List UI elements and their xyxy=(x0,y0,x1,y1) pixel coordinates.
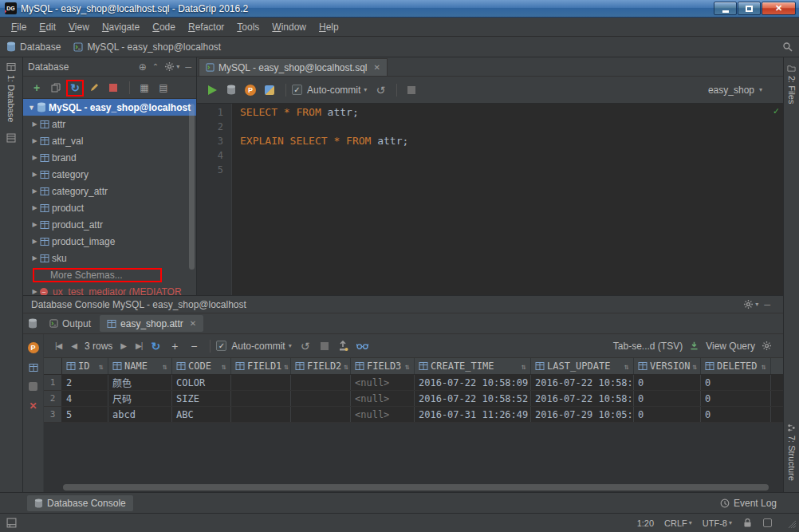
column-header-code[interactable]: CODE⇅ xyxy=(172,358,231,374)
schema-selector[interactable]: easy_shop ▾ xyxy=(708,85,762,96)
duplicate-button[interactable] xyxy=(47,79,65,97)
close-button[interactable]: ✕ xyxy=(762,2,796,15)
toolwindow-switcher-icon[interactable] xyxy=(6,518,17,528)
column-header-id[interactable]: ID⇅ xyxy=(62,358,108,374)
tree-item-product_attr[interactable]: ▶product_attr xyxy=(23,216,196,233)
console-settings-button[interactable]: ▾ xyxy=(743,299,758,309)
cell[interactable]: 5 xyxy=(62,407,108,422)
expand-arrow-icon[interactable]: ▶ xyxy=(30,204,40,211)
encoding-selector[interactable]: UTF-8 ▾ xyxy=(703,518,732,528)
cell[interactable]: COLOR xyxy=(172,375,231,390)
expand-arrow-icon[interactable]: ▶ xyxy=(30,171,40,178)
submit-button[interactable] xyxy=(335,337,352,355)
tree-item-category_attr[interactable]: ▶category_attr xyxy=(23,183,196,199)
expand-arrow-icon[interactable]: ▶ xyxy=(30,238,40,245)
open-console-button[interactable] xyxy=(222,81,240,99)
breadcrumb-console[interactable]: MySQL - easy_shop@localhost xyxy=(73,41,221,53)
cell[interactable]: 0 xyxy=(634,391,701,406)
tree-item-category[interactable]: ▶category xyxy=(23,166,196,183)
next-page-button[interactable]: ▶ xyxy=(116,341,131,350)
tab-close-icon[interactable]: ✕ xyxy=(190,319,196,328)
cell[interactable]: 0 xyxy=(634,407,701,422)
menu-item-window[interactable]: Window xyxy=(266,19,313,35)
sort-icon[interactable]: ⇅ xyxy=(284,362,289,371)
event-log-button[interactable]: Event Log xyxy=(720,498,777,509)
sort-icon[interactable]: ⇅ xyxy=(344,362,348,371)
editor-content[interactable]: 12345 SELECT * FROM attr;EXPLAIN SELECT … xyxy=(197,104,783,295)
cell[interactable] xyxy=(231,407,291,422)
cell[interactable]: 颜色 xyxy=(108,375,172,390)
result-settings-gear-icon[interactable] xyxy=(762,341,772,351)
run-button[interactable] xyxy=(203,81,221,99)
cell[interactable]: 2 xyxy=(62,375,108,390)
sort-icon[interactable]: ⇅ xyxy=(99,362,104,371)
tree-item-product_image[interactable]: ▶product_image xyxy=(23,233,196,250)
tab-result[interactable]: easy_shop.attr ✕ xyxy=(100,315,203,332)
sort-icon[interactable]: ⇅ xyxy=(762,362,766,371)
undo-button[interactable]: ↺ xyxy=(297,337,314,355)
console-view-button[interactable]: ▤ xyxy=(155,79,172,97)
tree-item-sku[interactable]: ▶sku xyxy=(23,250,196,266)
cell[interactable] xyxy=(291,391,351,406)
tree-root-datasource[interactable]: ▼ MySQL - easy_shop@localhost xyxy=(23,99,196,116)
cell[interactable]: 0 xyxy=(701,391,771,406)
cell[interactable]: <null> xyxy=(351,407,415,422)
expand-arrow-icon[interactable]: ▶ xyxy=(30,120,40,128)
expand-arrow-icon[interactable]: ▶ xyxy=(30,137,40,144)
tool-button-icon[interactable] xyxy=(6,133,16,143)
format-selector[interactable]: Tab-se...d (TSV) xyxy=(613,341,683,352)
cell[interactable]: <null> xyxy=(351,375,415,390)
hide-panel-icon[interactable]: ─ xyxy=(764,300,770,309)
minimize-button[interactable] xyxy=(714,2,737,15)
menu-item-edit[interactable]: Edit xyxy=(33,19,62,35)
column-header-deleted[interactable]: DELETED⇅ xyxy=(701,358,771,374)
cell[interactable]: ABC xyxy=(172,407,231,422)
expand-arrow-icon[interactable]: ▶ xyxy=(30,221,40,228)
expand-arrow-icon[interactable]: ▶ xyxy=(30,154,40,161)
caret-position[interactable]: 1:20 xyxy=(637,518,654,528)
table-view-button[interactable]: ▦ xyxy=(136,79,153,97)
settings-button[interactable]: ▾ xyxy=(164,61,179,72)
cell[interactable]: 2016-07-31 11:26:49 xyxy=(415,407,531,422)
sort-icon[interactable]: ⇅ xyxy=(624,362,629,371)
cell[interactable]: <null> xyxy=(351,391,415,406)
sync-button[interactable]: ↻ xyxy=(66,79,84,97)
chevron-down-icon[interactable]: ▾ xyxy=(289,342,292,349)
column-header-field1[interactable]: FIELD1⇅ xyxy=(231,358,291,374)
tab-close-icon[interactable]: ✕ xyxy=(374,63,380,72)
database-console-toolwindow-button[interactable]: Database Console xyxy=(27,495,133,511)
preview-button[interactable] xyxy=(354,337,372,355)
table-row[interactable]: 24尺码SIZE<null>2016-07-22 10:58:522016-07… xyxy=(44,391,783,407)
stop-button[interactable] xyxy=(403,81,420,99)
close-console-icon[interactable]: ✕ xyxy=(29,400,37,412)
script-settings-button[interactable] xyxy=(261,81,278,99)
view-query-button[interactable]: View Query xyxy=(706,341,755,352)
menu-item-refactor[interactable]: Refactor xyxy=(182,19,230,35)
cell[interactable]: 2016-07-22 10:58:09 xyxy=(531,375,634,390)
grid-view-icon[interactable] xyxy=(29,363,38,372)
hide-icon[interactable]: ─ xyxy=(185,62,191,72)
cell[interactable]: 0 xyxy=(634,375,701,390)
menu-item-file[interactable]: File xyxy=(5,19,33,35)
menu-item-help[interactable]: Help xyxy=(313,19,345,35)
last-page-button[interactable]: ▶| xyxy=(131,341,147,350)
cell[interactable]: 尺码 xyxy=(108,391,172,406)
chevron-down-icon[interactable]: ▾ xyxy=(364,86,367,93)
reload-button[interactable]: ↻ xyxy=(147,337,164,355)
column-header-field3[interactable]: FIELD3⇅ xyxy=(351,358,415,374)
cell[interactable]: SIZE xyxy=(172,391,231,406)
tree-item-attr_val[interactable]: ▶attr_val xyxy=(23,132,196,149)
editor-tab[interactable]: MySQL - easy_shop@localhost.sql ✕ xyxy=(199,58,388,76)
parameters-button[interactable]: P xyxy=(242,81,259,99)
scrollbar-thumb[interactable] xyxy=(63,484,769,491)
editor-code[interactable]: SELECT * FROM attr;EXPLAIN SELECT * FROM… xyxy=(232,104,783,295)
undo-button[interactable]: ↺ xyxy=(372,81,389,99)
edit-button[interactable] xyxy=(85,79,103,97)
line-ending-selector[interactable]: CRLF ▾ xyxy=(664,518,692,528)
collapse-all-icon[interactable]: ⌃ xyxy=(152,62,159,71)
resize-grip[interactable] xyxy=(785,518,796,528)
menu-item-navigate[interactable]: Navigate xyxy=(96,19,146,35)
tree-item-product[interactable]: ▶product xyxy=(23,199,196,216)
column-header-name[interactable]: NAME⇅ xyxy=(108,358,172,374)
lock-icon[interactable] xyxy=(742,518,753,528)
